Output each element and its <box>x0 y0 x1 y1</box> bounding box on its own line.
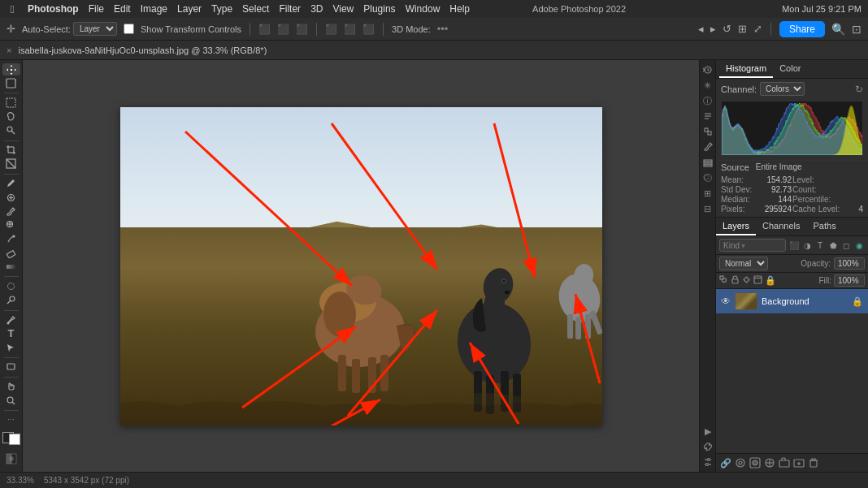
grid-icon[interactable]: ⊞ <box>701 187 714 200</box>
pixel-filter-icon[interactable]: ⬛ <box>788 240 800 251</box>
quick-mask-tool[interactable] <box>2 452 20 464</box>
align-top-icon[interactable]: ⬛ <box>325 24 337 35</box>
marquee-tool[interactable] <box>2 97 20 109</box>
lock-artboard-icon[interactable] <box>753 275 762 286</box>
properties-icon[interactable] <box>701 110 714 123</box>
eyedropper-tool[interactable] <box>2 177 20 189</box>
frame-tool[interactable] <box>2 158 20 170</box>
color-swatches[interactable] <box>2 432 20 444</box>
text-filter-icon[interactable]: T <box>814 240 826 251</box>
path-select-tool[interactable] <box>2 342 20 354</box>
gradient-tool[interactable] <box>2 261 20 273</box>
canvas[interactable] <box>120 107 602 425</box>
menu-plugins[interactable]: Plugins <box>363 3 395 15</box>
tab-close-button[interactable]: × <box>7 45 11 55</box>
color-tab[interactable]: Color <box>773 60 807 78</box>
menu-help[interactable]: Help <box>449 3 470 15</box>
history-icon[interactable] <box>701 63 714 76</box>
heal-tool[interactable] <box>2 191 20 203</box>
dodge-tool[interactable] <box>2 294 20 306</box>
link-icon[interactable] <box>701 440 714 453</box>
apple-logo[interactable]:  <box>7 3 18 15</box>
auto-select-dropdown[interactable]: Layer <box>73 22 117 36</box>
link-layers-button[interactable]: 🔗 <box>719 456 732 469</box>
menu-file[interactable]: File <box>89 3 104 15</box>
refresh-button[interactable]: ↻ <box>855 84 863 95</box>
menu-window[interactable]: Window <box>406 3 441 15</box>
menu-layer[interactable]: Layer <box>177 3 202 15</box>
menu-view[interactable]: View <box>332 3 354 15</box>
layers-icon-side[interactable] <box>701 156 714 169</box>
more-tools[interactable]: ··· <box>2 413 20 425</box>
entire-image-label[interactable]: Entire Image <box>756 162 802 172</box>
zoom-tool[interactable] <box>2 394 20 406</box>
warp-icon[interactable]: ⤢ <box>753 23 762 35</box>
show-transform-checkbox[interactable] <box>124 24 134 34</box>
fill-input[interactable]: 100% <box>834 274 865 287</box>
snowflake-icon[interactable]: ✳ <box>701 79 714 92</box>
hand-tool[interactable] <box>2 380 20 392</box>
menu-edit[interactable]: Edit <box>114 3 131 15</box>
rotate-icon[interactable]: ↺ <box>723 23 731 35</box>
lock-all-icon[interactable]: 🔒 <box>765 275 776 286</box>
menu-select[interactable]: Select <box>242 3 269 15</box>
adjustments-icon[interactable] <box>701 125 714 138</box>
crop-tool[interactable] <box>2 144 20 156</box>
background-swatch[interactable] <box>9 434 20 445</box>
vector-filter-icon[interactable]: ⬟ <box>827 240 839 251</box>
search-icon[interactable]: 🔍 <box>831 23 845 36</box>
brush-tool[interactable] <box>2 205 20 218</box>
kind-filter[interactable]: Kind ▾ <box>719 239 786 252</box>
mask-button[interactable] <box>749 456 762 469</box>
brush-settings-icon[interactable] <box>701 140 714 153</box>
canvas-area[interactable] <box>23 60 699 472</box>
more-options-icon[interactable]: ••• <box>437 23 449 35</box>
eraser-tool[interactable] <box>2 247 20 259</box>
menu-filter[interactable]: Filter <box>279 3 301 15</box>
delete-layer-button[interactable] <box>807 456 820 469</box>
blend-mode-select[interactable]: Normal Dissolve Multiply <box>719 257 768 270</box>
align-center-h-icon[interactable]: ⬛ <box>277 24 289 35</box>
move-tool[interactable] <box>2 63 20 76</box>
lock-pixels-icon[interactable] <box>731 275 740 286</box>
align-center-v-icon[interactable]: ⬛ <box>344 24 356 35</box>
grid2-icon[interactable]: ⊟ <box>701 202 714 215</box>
menu-image[interactable]: Image <box>141 3 167 15</box>
menu-3d[interactable]: 3D <box>310 3 323 15</box>
adjustment-filter-icon[interactable]: ◑ <box>801 240 813 251</box>
adjustment-button[interactable] <box>763 456 776 469</box>
histogram-tab[interactable]: Histogram <box>719 60 773 78</box>
history-brush-tool[interactable] <box>2 233 20 245</box>
layers-tab[interactable]: Layers <box>716 218 756 235</box>
share-button[interactable]: Share <box>779 21 825 37</box>
smart-filter-icon[interactable]: ◻ <box>840 240 852 251</box>
quick-select-tool[interactable] <box>2 124 20 136</box>
info-icon[interactable]: ⓘ <box>701 94 714 107</box>
prev-icon[interactable]: ◂ <box>698 23 704 35</box>
next-icon[interactable]: ▸ <box>710 23 716 35</box>
align-right-icon[interactable]: ⬛ <box>296 24 308 35</box>
align-bottom-icon[interactable]: ⬛ <box>362 24 375 35</box>
align-left-icon[interactable]: ⬛ <box>258 24 271 35</box>
lock-transparent-icon[interactable] <box>719 275 728 286</box>
lock-position-icon[interactable] <box>742 275 751 286</box>
menu-photoshop[interactable]: Photoshop <box>28 3 79 15</box>
settings-icon[interactable] <box>701 456 714 469</box>
workspace-icon[interactable]: ⊡ <box>852 23 861 36</box>
opacity-input[interactable]: 100% <box>834 257 865 270</box>
channels-tab[interactable]: Channels <box>756 218 806 235</box>
layer-visibility-toggle[interactable]: 👁 <box>721 296 731 307</box>
paths-tab[interactable]: Paths <box>807 218 843 235</box>
add-layer-button[interactable] <box>792 456 805 469</box>
lasso-tool[interactable] <box>2 110 20 123</box>
group-button[interactable] <box>778 456 791 469</box>
text-tool[interactable]: T <box>2 327 20 339</box>
filter-toggle-icon[interactable]: ◉ <box>853 240 865 251</box>
menu-type[interactable]: Type <box>211 3 232 15</box>
artboard-tool[interactable] <box>2 77 20 89</box>
clone-tool[interactable] <box>2 219 20 231</box>
blur-tool[interactable] <box>2 280 20 292</box>
play-icon[interactable]: ▶ <box>701 425 714 438</box>
transform-icon[interactable]: ⊞ <box>738 23 747 35</box>
channel-select[interactable]: Colors RGB Red Green Blue <box>760 82 805 96</box>
